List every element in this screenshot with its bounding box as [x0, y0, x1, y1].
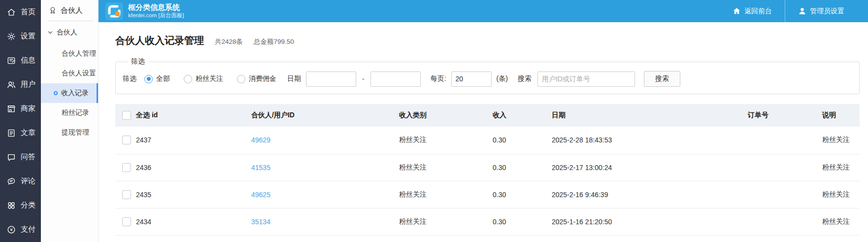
radio-icon[interactable]	[237, 75, 245, 83]
active-bullet-icon	[54, 91, 58, 95]
table-row: 2436 41535 粉丝关注 0.30 2025-2-17 13:00:24 …	[115, 154, 860, 181]
main-sidebar: 首页 设置 信息 用户 商家 文章 问答 评论	[0, 0, 41, 242]
filter-row: 筛选 全部 粉丝关注 消费佣金 日期 -	[123, 71, 852, 87]
sidebar-item-label: 分类	[21, 201, 35, 210]
per-page-input[interactable]	[451, 71, 492, 87]
submenu-item-label: 粉丝记录	[62, 108, 89, 117]
radio-icon[interactable]	[144, 75, 153, 83]
svg-text:¥: ¥	[9, 227, 13, 232]
header-category: 收入类别	[399, 104, 493, 127]
qa-icon	[6, 152, 16, 162]
app-subtitle: kfenlei.com [后台面板]	[128, 12, 184, 19]
header-select-id: 全选 id	[136, 104, 251, 127]
back-to-front-link[interactable]: 返回前台	[720, 0, 785, 22]
admin-settings-link[interactable]: 管理员设置	[785, 0, 857, 22]
sidebar-item-users[interactable]: 用户	[0, 72, 41, 97]
row-checkbox[interactable]	[122, 163, 131, 172]
search-button[interactable]: 搜索	[644, 71, 680, 87]
sidebar-item-label: 评论	[21, 176, 35, 186]
cell-note: 粉丝关注	[822, 181, 860, 208]
header-date: 日期	[552, 104, 748, 127]
sidebar-item-messages[interactable]: 信息	[0, 48, 41, 72]
sidebar-item-label: 设置	[21, 32, 35, 41]
filter-legend: 筛选	[128, 57, 148, 66]
table-row: 2437 49629 粉丝关注 0.30 2025-2-28 18:43:53 …	[115, 127, 860, 154]
submenu-item-fan-records[interactable]: 粉丝记录	[41, 103, 98, 123]
row-checkbox[interactable]	[122, 217, 131, 226]
cell-income: 0.30	[493, 127, 552, 154]
cell-date: 2025-2-17 13:00:24	[552, 154, 748, 181]
radio-consume-commission[interactable]: 消费佣金	[237, 74, 276, 83]
sidebar-item-label: 支付	[21, 225, 35, 234]
radio-fan-follow[interactable]: 粉丝关注	[184, 74, 223, 83]
partner-submenu: 合伙人 合伙人 合伙人管理 合伙人设置 收入记录 粉丝记录 提现管理	[41, 0, 99, 242]
submenu-item-income-records[interactable]: 收入记录	[41, 83, 98, 103]
sidebar-item-home[interactable]: 首页	[0, 0, 41, 24]
cell-date: 2025-1-16 21:20:50	[552, 208, 748, 235]
sidebar-item-payment[interactable]: ¥ 支付	[0, 217, 41, 242]
sidebar-item-categories[interactable]: 分类	[0, 193, 41, 217]
user-id-link[interactable]: 35134	[251, 218, 270, 226]
radio-icon[interactable]	[184, 75, 192, 83]
date-range-dash: -	[361, 75, 366, 83]
cell-category: 粉丝关注	[399, 208, 493, 235]
submenu-header: 合伙人	[41, 0, 98, 21]
submenu-item-partner-manage[interactable]: 合伙人管理	[41, 44, 98, 64]
app-window: 首页 设置 信息 用户 商家 文章 问答 评论	[0, 0, 868, 242]
cell-order	[748, 181, 822, 208]
radio-label: 全部	[156, 74, 170, 83]
total-amount: 总金额799.50	[254, 37, 294, 46]
submenu-group-partner[interactable]: 合伙人	[41, 21, 98, 44]
cell-order	[748, 154, 822, 181]
radio-all[interactable]: 全部	[144, 74, 170, 83]
sidebar-item-qa[interactable]: 问答	[0, 145, 41, 169]
top-header-bar: 框分类信息系统 kfenlei.com [后台面板] 返回前台 管理员设置	[99, 0, 868, 22]
users-icon	[6, 80, 16, 90]
user-id-link[interactable]: 49629	[251, 136, 270, 144]
sidebar-item-merchants[interactable]: 商家	[0, 97, 41, 121]
page-content: 合伙人收入记录管理 共2428条 总金额799.50 筛选 筛选 全部 粉丝关注	[99, 22, 868, 236]
per-page-label: 每页:	[431, 74, 446, 83]
user-id-link[interactable]: 41535	[251, 164, 270, 172]
search-input[interactable]	[537, 71, 635, 87]
cell-id: 2436	[136, 154, 251, 181]
cell-id: 2435	[136, 181, 251, 208]
back-to-front-label: 返回前台	[744, 7, 772, 16]
header-income: 收入	[493, 104, 552, 127]
sidebar-item-comments[interactable]: 评论	[0, 169, 41, 193]
sidebar-item-label: 商家	[21, 104, 35, 113]
date-to-input[interactable]	[370, 71, 421, 87]
cell-income: 0.30	[493, 208, 552, 235]
table-row: 2435 49625 粉丝关注 0.30 2025-2-16 9:46:39 粉…	[115, 181, 860, 208]
select-all-checkbox[interactable]	[122, 111, 131, 120]
table-header-row: 全选 id 合伙人/用户ID 收入类别 收入 日期 订单号 说明	[115, 104, 860, 127]
cell-category: 粉丝关注	[399, 127, 493, 154]
date-from-input[interactable]	[306, 71, 356, 87]
user-icon	[798, 7, 806, 15]
sidebar-item-articles[interactable]: 文章	[0, 121, 41, 145]
page-title-row: 合伙人收入记录管理 共2428条 总金额799.50	[115, 34, 860, 47]
comment-icon	[6, 176, 16, 186]
header-note: 说明	[822, 104, 860, 127]
header-user: 合伙人/用户ID	[251, 104, 399, 127]
submenu-item-withdraw-manage[interactable]: 提现管理	[41, 123, 98, 142]
user-id-link[interactable]: 49625	[251, 191, 270, 199]
submenu-item-label: 合伙人设置	[62, 69, 96, 78]
header-order: 订单号	[748, 104, 822, 127]
cell-note: 粉丝关注	[822, 154, 860, 181]
submenu-title: 合伙人	[61, 6, 83, 15]
cell-category: 粉丝关注	[399, 154, 493, 181]
main-area: 框分类信息系统 kfenlei.com [后台面板] 返回前台 管理员设置 合伙…	[99, 0, 868, 242]
payment-icon: ¥	[6, 225, 16, 235]
row-checkbox[interactable]	[122, 190, 131, 199]
cell-order	[748, 127, 822, 154]
sidebar-item-settings[interactable]: 设置	[0, 24, 41, 48]
medal-icon	[48, 6, 57, 15]
income-records-table: 全选 id 合伙人/用户ID 收入类别 收入 日期 订单号 说明 2437 49…	[115, 104, 860, 236]
radio-label: 粉丝关注	[196, 74, 223, 83]
submenu-item-label: 合伙人管理	[62, 49, 96, 58]
cell-income: 0.30	[493, 154, 552, 181]
submenu-item-partner-settings[interactable]: 合伙人设置	[41, 64, 98, 83]
row-checkbox[interactable]	[122, 136, 131, 144]
cell-order	[748, 208, 822, 235]
